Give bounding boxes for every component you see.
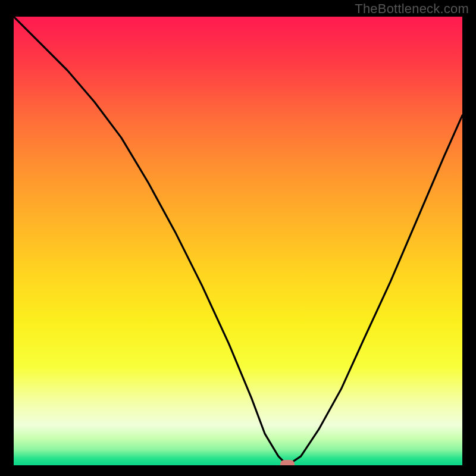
plot-area — [14, 17, 462, 465]
watermark-text: TheBottleneck.com — [355, 1, 469, 17]
bottleneck-curve — [14, 17, 462, 465]
chart-frame: TheBottleneck.com — [0, 0, 476, 476]
curve-path — [14, 17, 462, 465]
min-marker — [280, 460, 295, 465]
